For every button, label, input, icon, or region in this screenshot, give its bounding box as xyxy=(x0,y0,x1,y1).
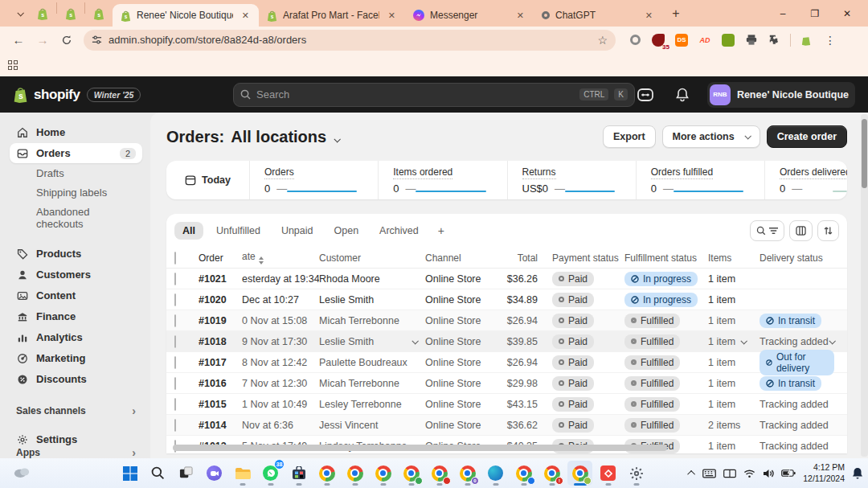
notifications-bell-icon[interactable] xyxy=(670,83,694,107)
store-profile-button[interactable]: RNB Renee' Nicole Boutique xyxy=(707,82,855,108)
sidebar-item-abandoned-checkouts[interactable]: Abandoned checkouts xyxy=(10,203,142,233)
minimize-button[interactable]: – xyxy=(767,0,799,27)
table-row[interactable]: #1021 esterday at 19:34 Rhoda Moore Onli… xyxy=(166,269,847,289)
ad-extension-icon[interactable]: AD xyxy=(697,32,713,48)
chrome-button[interactable]: 0 xyxy=(455,461,480,486)
tab-unfulfilled[interactable]: Unfulfilled xyxy=(208,222,268,240)
url-text[interactable]: admin.shopify.com/store/8a824d-a8/orders xyxy=(108,34,591,46)
sidebar-item-home[interactable]: Home xyxy=(10,122,142,142)
tab-unpaid[interactable]: Unpaid xyxy=(273,222,321,240)
metric-orders[interactable]: Orders 0— xyxy=(250,161,379,199)
sidebar-item-analytics[interactable]: Analytics xyxy=(10,327,142,347)
chrome-button[interactable] xyxy=(511,461,536,486)
chat-button[interactable] xyxy=(202,461,227,486)
more-actions-button[interactable]: More actions xyxy=(662,125,760,148)
tab-messenger[interactable]: Messenger ✕ xyxy=(405,4,534,27)
address-bar[interactable]: admin.shopify.com/store/8a824d-a8/orders… xyxy=(84,30,616,51)
table-row[interactable]: #1017 8 Nov at 12:42 Paulette Boudreaux … xyxy=(166,352,847,373)
table-row[interactable]: #1018 9 Nov at 17:30 Leslie Smith Online… xyxy=(166,331,847,352)
battery-icon[interactable] xyxy=(781,469,796,478)
chrome-button[interactable] xyxy=(427,461,452,486)
tab-arafat-pro-mart[interactable]: s Arafat Pro Mart - Facebook & In ✕ xyxy=(259,4,405,27)
sidebar-item-settings[interactable]: Settings xyxy=(10,429,142,449)
microsoft-store-button[interactable] xyxy=(286,461,311,486)
extension-icon[interactable] xyxy=(627,32,643,48)
export-button[interactable]: Export xyxy=(603,125,656,148)
tab-all[interactable]: All xyxy=(174,222,203,240)
keyboard-icon[interactable] xyxy=(702,469,716,478)
whatsapp-button[interactable]: 38 xyxy=(258,461,283,486)
pinned-tab-shopify[interactable]: s xyxy=(57,2,84,25)
file-explorer-button[interactable] xyxy=(230,461,255,486)
bookmark-star-icon[interactable]: ☆ xyxy=(597,34,608,47)
row-checkbox[interactable] xyxy=(174,356,176,369)
create-order-button[interactable]: Create order xyxy=(767,125,847,148)
row-checkbox[interactable] xyxy=(174,419,176,432)
sidebar-item-customers[interactable]: Customers xyxy=(10,265,142,285)
edge-button[interactable] xyxy=(483,461,508,486)
sidebar-item-discounts[interactable]: Discounts xyxy=(10,369,142,389)
tab-close-icon[interactable]: ✕ xyxy=(239,10,252,22)
metric-returns[interactable]: Returns US$0— xyxy=(508,161,637,199)
refresh-icon[interactable] xyxy=(56,30,77,51)
settings-button[interactable] xyxy=(624,461,649,486)
volume-icon[interactable] xyxy=(763,469,774,478)
table-row[interactable]: #1015 1 Nov at 10:49 Lesley Terrebonne O… xyxy=(166,394,847,415)
printer-extension-icon[interactable] xyxy=(743,32,760,48)
chrome-button[interactable] xyxy=(314,461,339,486)
forward-icon[interactable]: → xyxy=(32,30,53,51)
close-button[interactable]: ✕ xyxy=(831,0,863,27)
sidebar-section-sales-channels[interactable]: Sales channels › xyxy=(10,400,142,422)
chrome-button[interactable] xyxy=(342,461,367,486)
sort-button[interactable] xyxy=(817,220,839,241)
row-checkbox[interactable] xyxy=(174,398,176,411)
extension-counter-icon[interactable]: 35 xyxy=(650,32,666,48)
weather-icon[interactable] xyxy=(13,465,31,481)
columns-button[interactable] xyxy=(789,220,813,241)
start-button[interactable] xyxy=(117,461,142,486)
pinned-tab-shopify[interactable]: s xyxy=(85,2,113,25)
search-and-filter-button[interactable] xyxy=(750,220,784,241)
anydesk-button[interactable] xyxy=(596,461,620,486)
sidekick-icon[interactable] xyxy=(633,83,657,107)
wifi-icon[interactable] xyxy=(743,469,755,478)
metric-orders-fulfilled[interactable]: Orders fulfilled 0— xyxy=(637,161,765,199)
tab-shopify-orders[interactable]: s Renee' Nicole Boutique - Orders ✕ xyxy=(113,4,259,27)
back-icon[interactable]: ← xyxy=(8,30,29,51)
notifications-bell-icon[interactable] xyxy=(852,467,863,480)
tab-archived[interactable]: Archived xyxy=(371,222,427,240)
snap-layout-icon[interactable] xyxy=(723,469,736,478)
chevron-down-icon[interactable] xyxy=(334,136,341,142)
table-row[interactable]: #1014 Nov at 6:36 Jessi Vincent Online S… xyxy=(166,415,847,436)
row-checkbox[interactable] xyxy=(174,377,176,390)
sidebar-item-products[interactable]: Products xyxy=(10,244,142,264)
metric-orders-delivered[interactable]: Orders delivered 0— xyxy=(765,161,847,199)
vertical-scrollbar[interactable] xyxy=(861,114,868,457)
table-row[interactable]: #1020 Dec at 10:27 Leslie Smith Online S… xyxy=(166,289,847,310)
taskbar-clock[interactable]: 4:12 PM 12/11/2024 xyxy=(803,462,845,484)
sidebar-item-marketing[interactable]: Marketing xyxy=(10,348,142,368)
add-view-button[interactable]: + xyxy=(432,221,451,240)
row-checkbox[interactable] xyxy=(174,335,176,348)
winter-25-badge[interactable]: Winter '25 xyxy=(87,88,141,102)
tab-close-icon[interactable]: ✕ xyxy=(514,10,527,22)
chrome-button[interactable] xyxy=(399,461,424,486)
tab-open[interactable]: Open xyxy=(326,222,367,240)
table-row[interactable]: #1019 0 Nov at 15:08 Micah Terrebonne On… xyxy=(166,310,847,331)
chevron-down-icon[interactable] xyxy=(741,338,747,344)
tab-close-icon[interactable]: ✕ xyxy=(642,10,656,22)
tab-search-button[interactable] xyxy=(6,4,27,23)
shopify-extension-icon[interactable] xyxy=(798,32,814,48)
new-tab-button[interactable]: + xyxy=(665,3,686,24)
row-checkbox[interactable] xyxy=(174,273,176,285)
chevron-down-icon[interactable] xyxy=(829,338,835,344)
sidebar-item-finance[interactable]: Finance xyxy=(10,306,142,326)
location-filter[interactable]: All locations xyxy=(231,128,326,146)
select-all-checkbox[interactable] xyxy=(174,252,176,265)
taskbar-search-button[interactable] xyxy=(145,461,170,486)
tab-close-icon[interactable]: ✕ xyxy=(385,10,399,22)
metric-items-ordered[interactable]: Items ordered 0— xyxy=(379,161,507,199)
sidebar-item-orders[interactable]: Orders 2 xyxy=(10,143,142,163)
chrome-active-button[interactable] xyxy=(567,461,592,486)
chrome-button[interactable]: ! xyxy=(539,461,564,486)
